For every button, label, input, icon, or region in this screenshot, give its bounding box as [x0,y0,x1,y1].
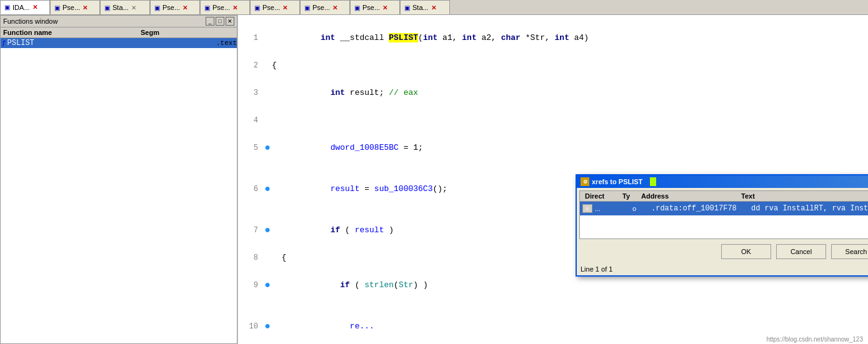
ok-button[interactable]: OK [721,244,771,259]
tab-close-sta2[interactable]: ✕ [431,4,436,11]
xrefs-row-0[interactable]: ≡ ... o .rdata:off_10017F78 dd rva Insta… [580,202,868,215]
tab-icon-sta1: ▣ [104,4,110,11]
dialog-title-left: ⚙ xrefs to PSLIST [581,177,656,186]
functions-col1-header: Function name [1,29,138,36]
maximize-button[interactable]: □ [216,17,224,26]
tab-icon-pse3: ▣ [204,4,210,11]
dialog-title-progress [650,177,656,186]
row-text-0: dd rva InstallRT, rva InstallSA, rva Ins… [751,204,868,213]
tab-label-sta1: Sta... [112,4,129,11]
tab-pse4[interactable]: ▣ Pse... ✕ [250,0,300,14]
tab-close-pse1[interactable]: ✕ [82,4,87,11]
tab-close-pse6[interactable]: ✕ [382,4,387,11]
search-button[interactable]: Search [831,244,868,259]
tab-ida[interactable]: ▣ IDA... ✕ [0,0,50,14]
functions-scroll-area: ƒ PSLIST .text [1,38,237,343]
function-icon: ƒ [2,39,6,47]
functions-header: Function name Segm [1,27,237,38]
tab-label-pse2: Pse... [162,4,180,11]
cancel-button[interactable]: Cancel [776,244,826,259]
tab-label-pse1: Pse... [62,4,80,11]
col-header-direct: Direct [582,192,620,200]
tab-sta1[interactable]: ▣ Sta... ✕ [100,0,150,14]
tab-icon-ida: ▣ [4,4,10,11]
tab-icon-pse5: ▣ [304,4,310,11]
tab-sta2[interactable]: ▣ Sta... ✕ [400,0,450,14]
functions-title-bar: Functions window _ □ ✕ [1,16,237,27]
function-name-pslist: PSLIST [7,39,34,47]
tab-close-pse2[interactable]: ✕ [182,4,187,11]
dialog-table-header: Direct Ty Address Text [579,190,868,202]
row-direct-0: ... [595,205,632,212]
tab-icon-sta2: ▣ [404,4,410,11]
tab-pse3[interactable]: ▣ Pse... ✕ [200,0,250,14]
tab-icon-pse1: ▣ [54,4,60,11]
tab-label-ida: IDA... [12,4,30,11]
tab-label-pse5: Pse... [312,4,330,11]
tab-icon-pse2: ▣ [154,4,160,11]
functions-window-title: Functions window [3,17,57,25]
col-header-address: Address [639,192,739,200]
tab-label-pse4: Pse... [262,4,280,11]
tab-close-sta1[interactable]: ✕ [131,4,136,11]
tab-close-pse4[interactable]: ✕ [282,4,287,11]
tab-close-pse3[interactable]: ✕ [232,4,237,11]
tab-label-pse3: Pse... [212,4,230,11]
functions-window: Functions window _ □ ✕ Function name Seg… [0,15,237,344]
tab-close-pse5[interactable]: ✕ [332,4,337,11]
functions-row-pslist[interactable]: ƒ PSLIST .text [1,38,237,48]
dialog-overlay: ⚙ xrefs to PSLIST _ □ ✕ Direct Ty Addres… [238,15,868,344]
dialog-buttons: OK Cancel Search Help [577,239,868,264]
tab-pse1[interactable]: ▣ Pse... ✕ [50,0,100,14]
main-layout: Functions window _ □ ✕ Function name Seg… [0,15,868,344]
tab-label-sta2: Sta... [412,4,429,11]
tab-bar: ▣ IDA... ✕ ▣ Pse... ✕ ▣ Sta... ✕ ▣ Pse..… [0,0,868,15]
tab-pse5[interactable]: ▣ Pse... ✕ [300,0,350,14]
xrefs-dialog: ⚙ xrefs to PSLIST _ □ ✕ Direct Ty Addres… [576,174,868,277]
row-type-0: o [632,205,651,212]
dialog-table-body: ≡ ... o .rdata:off_10017F78 dd rva Insta… [579,202,868,239]
tab-close-ida[interactable]: ✕ [32,4,37,11]
tab-pse6[interactable]: ▣ Pse... ✕ [350,0,400,14]
minimize-button[interactable]: _ [206,17,214,26]
status-text: Line 1 of 1 [581,265,612,273]
dialog-title-icon: ⚙ [581,177,589,186]
col-header-text: Text [739,192,868,200]
tab-icon-pse6: ▣ [354,4,360,11]
tab-icon-pse4: ▣ [254,4,260,11]
dialog-titlebar: ⚙ xrefs to PSLIST _ □ ✕ [577,175,868,188]
dialog-title-text: xrefs to PSLIST [592,178,642,185]
code-view: 1 int __stdcall PSLIST(int a1, int a2, c… [237,15,868,344]
functions-title-buttons: _ □ ✕ [206,17,234,26]
close-button[interactable]: ✕ [226,17,234,26]
tab-pse2[interactable]: ▣ Pse... ✕ [150,0,200,14]
function-segment-pslist: .text [216,39,237,47]
row-address-0: .rdata:off_10017F78 [651,204,751,213]
row-icon-0: ≡ [582,204,592,213]
functions-col2-header: Segm [138,29,237,36]
tab-label-pse6: Pse... [362,4,380,11]
col-header-type: Ty [620,192,639,200]
dialog-status: Line 1 of 1 [577,264,868,275]
